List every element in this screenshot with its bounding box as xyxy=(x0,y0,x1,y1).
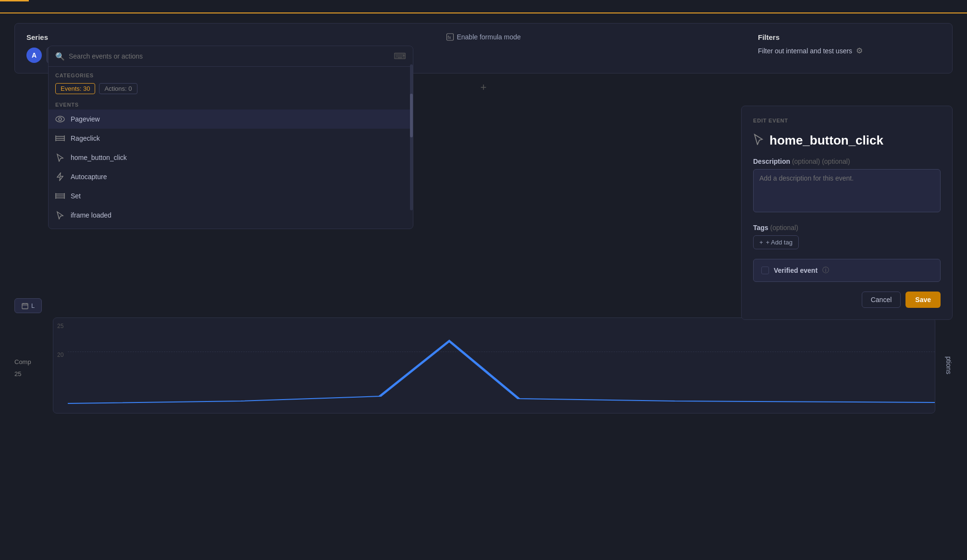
event-name-autocapture: Autocapture xyxy=(71,173,107,181)
calendar-icon xyxy=(22,303,28,309)
action-buttons: Cancel Save xyxy=(753,292,941,308)
lightning-icon xyxy=(55,172,65,182)
event-name-pageview: Pageview xyxy=(71,115,100,123)
event-name-iframe: iframe loaded xyxy=(71,211,112,219)
gear-icon[interactable]: ⚙ xyxy=(856,46,863,55)
svg-rect-18 xyxy=(22,304,28,309)
options-label[interactable]: ptions xyxy=(945,356,953,374)
top-bar xyxy=(0,0,967,13)
y-axis-25: 25 xyxy=(57,323,63,329)
event-item-autocapture[interactable]: Autocapture xyxy=(49,167,413,186)
edit-event-section-label: EDIT EVENT xyxy=(753,118,941,123)
cancel-button[interactable]: Cancel xyxy=(862,292,901,308)
filters-label: Filters xyxy=(758,33,941,41)
category-tags: Events: 30 Actions: 0 xyxy=(55,83,406,94)
comp-label: Comp xyxy=(14,353,43,370)
pageview-icon xyxy=(55,114,65,124)
add-tag-label: + Add tag xyxy=(766,239,793,246)
iframe-cursor-icon xyxy=(55,210,65,220)
formula-mode-label: Enable formula mode xyxy=(457,33,521,41)
verified-checkbox[interactable] xyxy=(761,267,769,274)
categories-label: CATEGORIES xyxy=(55,73,406,78)
info-icon[interactable]: ⓘ xyxy=(822,266,829,275)
description-textarea[interactable] xyxy=(753,169,941,212)
filter-item-text: Filter out internal and test users xyxy=(758,47,852,55)
event-item-iframe[interactable]: iframe loaded xyxy=(49,206,413,225)
svg-point-6 xyxy=(56,116,64,122)
top-bar-line xyxy=(0,0,29,1)
verified-label: Verified event xyxy=(774,267,818,274)
y-axis-20: 20 xyxy=(57,352,63,358)
tags-label: Tags (optional) xyxy=(753,224,941,231)
categories-section: CATEGORIES Events: 30 Actions: 0 xyxy=(49,67,413,98)
svg-text:fx: fx xyxy=(447,35,451,40)
event-name-set: Set xyxy=(71,192,81,200)
verified-section: Verified event ⓘ xyxy=(753,259,941,282)
filters-area: Filters Filter out internal and test use… xyxy=(758,33,941,55)
events-label: EVENTS xyxy=(49,102,413,108)
event-cursor-icon xyxy=(753,134,764,148)
tags-section: Tags (optional) + + Add tag xyxy=(753,224,941,249)
events-tag[interactable]: Events: 30 xyxy=(55,83,95,94)
rageclick-icon xyxy=(55,134,65,143)
description-label: Description (optional) (optional) xyxy=(753,158,941,165)
edit-event-panel: EDIT EVENT home_button_click Description… xyxy=(741,106,953,320)
event-name-rageclick: Rageclick xyxy=(71,134,100,142)
search-dropdown-panel: 🔍 ⌨ CATEGORIES Events: 30 Actions: 0 EVE… xyxy=(48,46,413,229)
keyboard-icon: ⌨ xyxy=(394,51,406,61)
event-item-set[interactable]: Set xyxy=(49,186,413,206)
bottom-area: L Comp 25 25 20 ptions xyxy=(14,303,953,418)
tab-label: L xyxy=(31,302,35,309)
filter-item: Filter out internal and test users ⚙ xyxy=(758,46,941,55)
add-tag-button[interactable]: + + Add tag xyxy=(753,235,799,249)
formula-icon: fx xyxy=(446,33,454,41)
edit-event-name: home_button_click xyxy=(769,133,883,148)
set-icon xyxy=(55,191,65,201)
event-item-pageview[interactable]: Pageview xyxy=(49,110,413,129)
series-avatar: A xyxy=(26,48,42,63)
edit-event-title: home_button_click xyxy=(753,133,941,148)
formula-area: fx Enable formula mode xyxy=(446,33,521,41)
search-icon: 🔍 xyxy=(55,52,65,61)
plus-icon: + xyxy=(759,239,763,246)
search-input[interactable] xyxy=(69,52,390,60)
event-item-home-button-click[interactable]: home_button_click xyxy=(49,148,413,167)
save-button[interactable]: Save xyxy=(905,292,941,308)
tab-button[interactable]: L xyxy=(14,298,42,313)
row-25: 25 xyxy=(14,370,43,377)
svg-point-7 xyxy=(59,118,62,121)
cursor-icon xyxy=(55,153,65,162)
description-field: Description (optional) (optional) xyxy=(753,158,941,214)
chart-svg xyxy=(68,327,935,413)
search-bar: 🔍 ⌨ xyxy=(49,46,413,67)
event-item-rageclick[interactable]: Rageclick xyxy=(49,129,413,148)
actions-tag[interactable]: Actions: 0 xyxy=(99,83,137,94)
events-section: EVENTS Pageview xyxy=(49,98,413,229)
scrollbar-thumb xyxy=(410,94,413,137)
formula-mode-btn[interactable]: fx Enable formula mode xyxy=(446,33,521,41)
main-container: Series A Pageview ▾ Total count ▾ xyxy=(0,13,967,428)
scrollbar-track[interactable] xyxy=(410,64,413,210)
event-name-home-button: home_button_click xyxy=(71,154,127,161)
